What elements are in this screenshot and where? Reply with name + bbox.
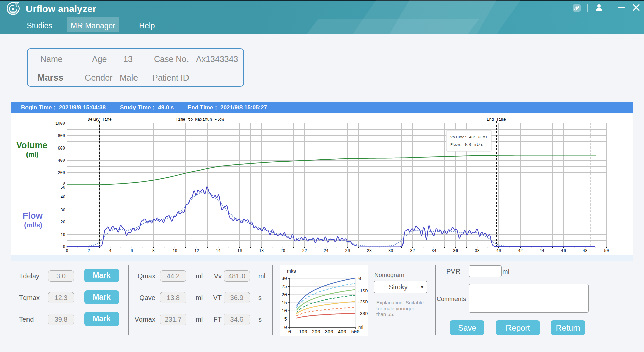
svg-text:15: 15 xyxy=(281,300,287,306)
svg-text:25: 25 xyxy=(281,284,287,289)
svg-text:26: 26 xyxy=(345,249,350,253)
svg-text:-2SD: -2SD xyxy=(357,300,368,305)
svg-text:1000: 1000 xyxy=(55,121,65,126)
svg-text:ml/s: ml/s xyxy=(287,268,296,274)
svg-text:10: 10 xyxy=(172,249,177,253)
svg-text:End Time: End Time xyxy=(487,117,506,122)
svg-text:Flow: 0.0 ml/s: Flow: 0.0 ml/s xyxy=(450,142,483,147)
svg-text:0: 0 xyxy=(66,249,68,253)
svg-text:16: 16 xyxy=(237,249,242,253)
svg-text:400: 400 xyxy=(338,329,346,335)
svg-text:600: 600 xyxy=(58,146,65,151)
svg-text:200: 200 xyxy=(312,329,320,335)
svg-text:28: 28 xyxy=(367,249,372,253)
svg-text:30: 30 xyxy=(61,208,65,213)
svg-text:-3SD: -3SD xyxy=(357,311,368,316)
svg-text:0: 0 xyxy=(288,329,291,335)
svg-text:42: 42 xyxy=(518,249,523,253)
svg-text:800: 800 xyxy=(58,134,65,138)
svg-text:36: 36 xyxy=(453,249,458,253)
svg-text:8: 8 xyxy=(152,249,155,253)
svg-text:14: 14 xyxy=(216,249,220,253)
svg-text:10: 10 xyxy=(281,308,287,314)
svg-text:ml: ml xyxy=(358,325,363,330)
svg-text:44: 44 xyxy=(539,249,544,253)
svg-text:32: 32 xyxy=(410,249,415,253)
svg-text:0: 0 xyxy=(284,325,287,330)
svg-text:20: 20 xyxy=(61,220,65,225)
svg-text:2: 2 xyxy=(88,249,90,253)
svg-text:40: 40 xyxy=(61,195,65,200)
svg-text:50: 50 xyxy=(604,249,609,253)
svg-text:50: 50 xyxy=(61,185,65,190)
svg-text:300: 300 xyxy=(325,329,333,335)
svg-text:0: 0 xyxy=(63,245,65,249)
svg-text:30: 30 xyxy=(281,276,287,281)
svg-text:Time to Maximun Flow: Time to Maximun Flow xyxy=(176,117,224,122)
svg-text:0: 0 xyxy=(358,276,361,281)
svg-text:(ml): (ml) xyxy=(26,151,39,158)
svg-text:34: 34 xyxy=(432,249,436,253)
svg-text:6: 6 xyxy=(130,249,133,253)
svg-text:500: 500 xyxy=(351,329,359,335)
svg-text:10: 10 xyxy=(61,233,65,237)
svg-text:200: 200 xyxy=(58,171,65,175)
svg-text:Volume: 481.0 ml: Volume: 481.0 ml xyxy=(450,135,488,139)
svg-text:12: 12 xyxy=(194,249,199,253)
svg-text:48: 48 xyxy=(583,249,587,253)
svg-text:20: 20 xyxy=(280,249,285,253)
svg-text:22: 22 xyxy=(302,249,307,253)
svg-text:40: 40 xyxy=(496,249,501,253)
svg-text:Flow: Flow xyxy=(22,211,43,221)
svg-text:Delay Time: Delay Time xyxy=(88,117,112,122)
svg-text:20: 20 xyxy=(281,292,287,298)
svg-text:Volume: Volume xyxy=(16,140,47,150)
svg-text:400: 400 xyxy=(58,158,65,163)
svg-text:38: 38 xyxy=(475,249,479,253)
svg-text:100: 100 xyxy=(299,329,307,335)
svg-text:-1SD: -1SD xyxy=(357,289,368,294)
svg-text:(ml/s): (ml/s) xyxy=(24,221,42,229)
svg-text:4: 4 xyxy=(109,249,111,253)
svg-text:46: 46 xyxy=(561,249,566,253)
svg-text:18: 18 xyxy=(259,249,264,253)
svg-text:30: 30 xyxy=(388,249,393,253)
svg-text:5: 5 xyxy=(284,317,287,322)
svg-text:24: 24 xyxy=(324,249,328,253)
